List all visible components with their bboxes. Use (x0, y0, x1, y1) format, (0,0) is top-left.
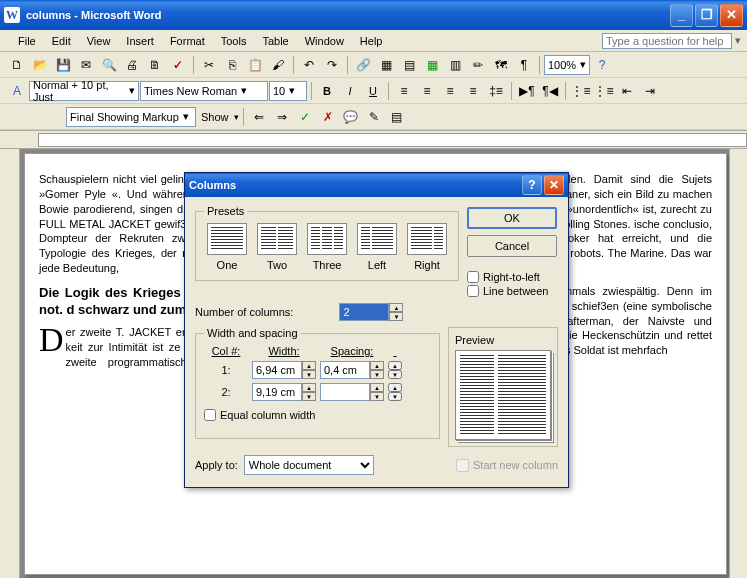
numcols-label: Number of columns: (195, 306, 293, 318)
bullets-button[interactable]: ⋮≡ (593, 80, 615, 102)
col1-label: 1: (204, 361, 248, 379)
zoom-combo[interactable]: 100%▾ (544, 55, 590, 75)
outdent-button[interactable]: ⇤ (616, 80, 638, 102)
show-marks-icon[interactable]: ¶ (513, 54, 535, 76)
preset-right[interactable]: Right (404, 223, 450, 271)
format-painter-icon[interactable]: 🖌 (267, 54, 289, 76)
horizontal-ruler[interactable] (0, 131, 747, 149)
markup-view-combo[interactable]: Final Showing Markup▾ (66, 107, 196, 127)
next-change-icon[interactable]: ⇒ (271, 106, 293, 128)
border-icon[interactable]: ▦ (375, 54, 397, 76)
mail-icon[interactable]: ✉ (75, 54, 97, 76)
style-combo[interactable]: Normal + 10 pt, Just▾ (29, 81, 139, 101)
dialog-titlebar[interactable]: Columns ? ✕ (185, 173, 568, 197)
spacing1-spinner[interactable]: ▲▼ (320, 361, 384, 379)
preset-left[interactable]: Left (354, 223, 400, 271)
numbering-button[interactable]: ⋮≡ (570, 80, 592, 102)
menu-file[interactable]: File (10, 32, 44, 50)
preset-two[interactable]: Two (254, 223, 300, 271)
spin-up-icon[interactable]: ▲ (389, 303, 403, 312)
print-icon[interactable]: 🖨 (121, 54, 143, 76)
redo-icon[interactable]: ↷ (321, 54, 343, 76)
spin-down-icon[interactable]: ▼ (389, 312, 403, 321)
line-spacing-button[interactable]: ‡≡ (485, 80, 507, 102)
cut-icon[interactable]: ✂ (198, 54, 220, 76)
rtl-button[interactable]: ¶◀ (539, 80, 561, 102)
underline-button[interactable]: U (362, 80, 384, 102)
copy-icon[interactable]: ⎘ (221, 54, 243, 76)
show-label[interactable]: Show (197, 111, 233, 123)
columns-icon[interactable]: ▥ (444, 54, 466, 76)
vertical-ruler[interactable] (0, 149, 20, 578)
menubar: File Edit View Insert Format Tools Table… (0, 30, 747, 52)
reject-change-icon[interactable]: ✗ (317, 106, 339, 128)
indent-button[interactable]: ⇥ (639, 80, 661, 102)
width-spacing-group: Width and spacing Col #: 1: 2: Width: ▲▼… (195, 327, 440, 439)
undo-icon[interactable]: ↶ (298, 54, 320, 76)
formatting-toolbar: A Normal + 10 pt, Just▾ Times New Roman▾… (0, 78, 747, 104)
bold-button[interactable]: B (316, 80, 338, 102)
styles-pane-icon[interactable]: A (6, 80, 28, 102)
accept-change-icon[interactable]: ✓ (294, 106, 316, 128)
maximize-button[interactable]: ❐ (695, 4, 718, 27)
prev-change-icon[interactable]: ⇐ (248, 106, 270, 128)
menu-insert[interactable]: Insert (118, 32, 162, 50)
drawing-icon[interactable]: ✏ (467, 54, 489, 76)
ok-button[interactable]: OK (467, 207, 557, 229)
close-button[interactable]: ✕ (720, 4, 743, 27)
help-dropdown-icon[interactable]: ▾ (735, 34, 741, 47)
menu-edit[interactable]: Edit (44, 32, 79, 50)
docmap-icon[interactable]: 🗺 (490, 54, 512, 76)
font-size-combo[interactable]: 10▾ (269, 81, 307, 101)
spellcheck-icon[interactable]: ✓ (167, 54, 189, 76)
ws-legend: Width and spacing (204, 327, 301, 339)
width-header: Width: (252, 345, 316, 357)
font-combo[interactable]: Times New Roman▾ (140, 81, 268, 101)
hyperlink-icon[interactable]: 🔗 (352, 54, 374, 76)
reviewing-pane-icon[interactable]: ▤ (386, 106, 408, 128)
align-left-button[interactable]: ≡ (393, 80, 415, 102)
line-between-check[interactable]: Line between (467, 285, 558, 297)
word-icon: W (4, 7, 20, 23)
cancel-button[interactable]: Cancel (467, 235, 557, 257)
menu-table[interactable]: Table (254, 32, 296, 50)
ltr-button[interactable]: ▶¶ (516, 80, 538, 102)
excel-icon[interactable]: ▦ (421, 54, 443, 76)
help-search-input[interactable] (602, 33, 732, 49)
right-to-left-check[interactable]: Right-to-left (467, 271, 558, 283)
preset-one[interactable]: One (204, 223, 250, 271)
width1-spinner[interactable]: ▲▼ (252, 361, 316, 379)
align-right-button[interactable]: ≡ (439, 80, 461, 102)
menu-window[interactable]: Window (297, 32, 352, 50)
dialog-help-button[interactable]: ? (522, 175, 542, 195)
table-icon[interactable]: ▤ (398, 54, 420, 76)
justify-button[interactable]: ≡ (462, 80, 484, 102)
dialog-close-button[interactable]: ✕ (544, 175, 564, 195)
new-doc-icon[interactable]: 🗋 (6, 54, 28, 76)
applyto-label: Apply to: (195, 459, 238, 471)
open-icon[interactable]: 📂 (29, 54, 51, 76)
equal-width-check[interactable]: Equal column width (204, 409, 431, 421)
dialog-title: Columns (189, 179, 236, 191)
save-icon[interactable]: 💾 (52, 54, 74, 76)
vertical-scrollbar[interactable] (729, 149, 747, 578)
help-icon[interactable]: ? (591, 54, 613, 76)
spacing2-spinner[interactable]: ▲▼ (320, 383, 384, 401)
menu-view[interactable]: View (79, 32, 119, 50)
menu-tools[interactable]: Tools (213, 32, 255, 50)
align-center-button[interactable]: ≡ (416, 80, 438, 102)
numcols-spinner[interactable]: ▲▼ (339, 303, 403, 321)
track-changes-icon[interactable]: ✎ (363, 106, 385, 128)
italic-button[interactable]: I (339, 80, 361, 102)
columns-dialog: Columns ? ✕ Presets One Two Three Left R… (184, 172, 569, 488)
search-icon[interactable]: 🔍 (98, 54, 120, 76)
applyto-select[interactable]: Whole document (244, 455, 374, 475)
preset-three[interactable]: Three (304, 223, 350, 271)
minimize-button[interactable]: _ (670, 4, 693, 27)
comment-icon[interactable]: 💬 (340, 106, 362, 128)
menu-format[interactable]: Format (162, 32, 213, 50)
paste-icon[interactable]: 📋 (244, 54, 266, 76)
menu-help[interactable]: Help (352, 32, 391, 50)
print-preview-icon[interactable]: 🗎 (144, 54, 166, 76)
width2-spinner[interactable]: ▲▼ (252, 383, 316, 401)
